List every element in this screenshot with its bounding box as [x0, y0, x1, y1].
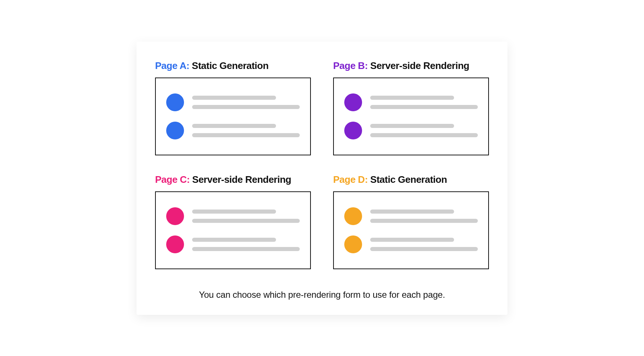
placeholder-line	[192, 210, 276, 214]
tile-label: Page B:	[333, 60, 368, 71]
page-preview-box	[333, 78, 489, 155]
caption-text: You can choose which pre-rendering form …	[155, 290, 489, 300]
tile-title: Page A: Static Generation	[155, 60, 311, 72]
placeholder-line	[192, 219, 300, 223]
circle-icon	[166, 207, 184, 225]
tile-method: Server-side Rendering	[370, 60, 469, 71]
placeholder-line	[370, 238, 454, 242]
tile-title: Page C: Server-side Rendering	[155, 174, 311, 185]
tile-page-b: Page B: Server-side Rendering	[333, 60, 489, 155]
circle-icon	[344, 122, 362, 139]
preview-row	[166, 235, 300, 253]
placeholder-line	[370, 124, 454, 128]
placeholder-line	[370, 210, 454, 214]
placeholder-line	[192, 247, 300, 251]
preview-row	[344, 122, 478, 139]
placeholder-line	[370, 219, 478, 223]
placeholder-lines	[192, 210, 300, 223]
circle-icon	[344, 235, 362, 253]
tiles-grid: Page A: Static Generation	[155, 60, 489, 269]
placeholder-line	[192, 133, 300, 137]
tile-label: Page C:	[155, 174, 190, 185]
tile-title: Page D: Static Generation	[333, 174, 489, 185]
tile-method: Static Generation	[192, 60, 269, 71]
placeholder-line	[192, 96, 276, 100]
placeholder-line	[370, 247, 478, 251]
placeholder-line	[192, 105, 300, 109]
preview-row	[344, 93, 478, 111]
preview-row	[344, 207, 478, 225]
tile-label: Page A:	[155, 60, 189, 71]
tile-title: Page B: Server-side Rendering	[333, 60, 489, 72]
page-preview-box	[333, 191, 489, 269]
placeholder-lines	[370, 96, 478, 109]
page-preview-box	[155, 78, 311, 155]
tile-label: Page D:	[333, 174, 368, 185]
preview-row	[166, 93, 300, 111]
placeholder-line	[370, 96, 454, 100]
placeholder-lines	[370, 238, 478, 251]
circle-icon	[344, 93, 362, 111]
tile-page-d: Page D: Static Generation	[333, 174, 489, 269]
preview-row	[166, 122, 300, 139]
preview-row	[166, 207, 300, 225]
placeholder-lines	[192, 238, 300, 251]
placeholder-line	[192, 238, 276, 242]
placeholder-line	[370, 105, 478, 109]
tile-page-c: Page C: Server-side Rendering	[155, 174, 311, 269]
circle-icon	[166, 235, 184, 253]
placeholder-line	[370, 133, 478, 137]
tile-method: Static Generation	[370, 174, 447, 185]
diagram-card: Page A: Static Generation	[137, 42, 507, 315]
page-preview-box	[155, 191, 311, 269]
tile-page-a: Page A: Static Generation	[155, 60, 311, 155]
circle-icon	[166, 122, 184, 139]
placeholder-lines	[192, 96, 300, 109]
placeholder-lines	[370, 210, 478, 223]
placeholder-lines	[192, 124, 300, 137]
circle-icon	[344, 207, 362, 225]
preview-row	[344, 235, 478, 253]
tile-method: Server-side Rendering	[192, 174, 291, 185]
circle-icon	[166, 93, 184, 111]
placeholder-line	[192, 124, 276, 128]
placeholder-lines	[370, 124, 478, 137]
